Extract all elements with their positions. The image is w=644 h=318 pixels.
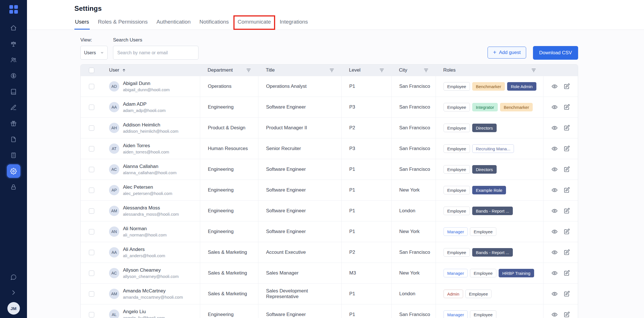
role-badge: Bands - Report ... [472, 248, 513, 257]
user-email: adam_adp@hooli.com [123, 108, 166, 113]
edit-user-icon[interactable] [564, 228, 570, 235]
sidebar-item-security[interactable] [7, 181, 20, 193]
department-cell: Human Resources [200, 138, 258, 159]
sidebar-item-people[interactable] [7, 54, 20, 65]
sidebar-item-editor[interactable] [7, 102, 20, 113]
row-checkbox-cell [81, 76, 102, 97]
row-checkbox[interactable] [89, 208, 94, 214]
row-checkbox[interactable] [89, 84, 94, 89]
view-user-icon[interactable] [551, 104, 558, 110]
row-checkbox-cell [81, 118, 102, 138]
tab-roles-permissions[interactable]: Roles & Permissions [97, 16, 148, 30]
calculator-icon [10, 152, 17, 159]
sidebar-item-compensation[interactable] [7, 70, 20, 81]
edit-user-icon[interactable] [564, 83, 570, 90]
table-row: AC Allyson Chearney allyson_chearney@hoo… [81, 263, 578, 283]
user-name: Abigail Dunn [123, 81, 170, 86]
download-csv-button[interactable]: Download CSV [533, 46, 578, 60]
edit-user-icon[interactable] [564, 104, 570, 110]
view-select[interactable]: Users [80, 46, 108, 60]
row-checkbox[interactable] [89, 105, 94, 110]
edit-user-icon[interactable] [564, 208, 570, 214]
city-cell: San Francisco [391, 118, 436, 138]
row-checkbox-cell [81, 201, 102, 221]
role-badge: HRBP Training [499, 269, 534, 277]
row-checkbox[interactable] [89, 146, 94, 151]
edit-user-icon[interactable] [564, 291, 570, 297]
tab-users[interactable]: Users [74, 16, 90, 30]
view-user-icon[interactable] [551, 83, 558, 90]
view-user-icon[interactable] [551, 228, 558, 235]
avatar: AN [109, 226, 119, 237]
column-label: Roles [443, 67, 455, 73]
tab-authentication[interactable]: Authentication [156, 16, 191, 30]
level-cell: P1 [341, 180, 391, 200]
app-logo-icon[interactable] [9, 5, 18, 14]
department-cell: Sales & Marketing [200, 284, 258, 304]
row-checkbox[interactable] [89, 125, 94, 131]
row-checkbox[interactable] [89, 229, 94, 234]
filter-icon[interactable] [329, 68, 334, 73]
row-checkbox[interactable] [89, 312, 94, 317]
main-content: Settings Users Roles & Permissions Authe… [27, 0, 644, 318]
sidebar-item-settings[interactable] [7, 164, 20, 178]
department-cell: Operations [200, 76, 258, 97]
view-user-icon[interactable] [551, 208, 558, 214]
row-checkbox-cell [81, 263, 102, 283]
roles-cell: AdminEmployee [436, 284, 543, 304]
row-checkbox[interactable] [89, 291, 94, 297]
role-badge: Employee [444, 207, 470, 215]
select-all-checkbox[interactable] [89, 68, 94, 73]
view-user-icon[interactable] [551, 291, 558, 297]
tab-communicate[interactable]: Communicate [237, 16, 271, 30]
sidebar-item-support[interactable] [7, 271, 20, 283]
table-row: AL Angelo Liu angelo_liu@hooli.com Engin… [81, 304, 578, 318]
sidebar-item-handbook[interactable] [7, 86, 20, 97]
view-user-icon[interactable] [551, 187, 558, 193]
filter-icon[interactable] [379, 68, 384, 73]
city-cell: San Francisco [391, 97, 436, 117]
roles-cell: EmployeeBands - Report ... [436, 242, 543, 263]
row-checkbox[interactable] [89, 188, 94, 193]
row-checkbox[interactable] [89, 250, 94, 255]
tab-integrations[interactable]: Integrations [279, 16, 308, 30]
search-input[interactable] [113, 46, 198, 60]
tab-notifications[interactable]: Notifications [199, 16, 229, 30]
view-user-icon[interactable] [551, 249, 558, 255]
edit-user-icon[interactable] [564, 125, 570, 131]
row-checkbox[interactable] [89, 167, 94, 172]
view-user-icon[interactable] [551, 270, 558, 276]
table-body: AD Abigail Dunn abigail_dunn@hooli.com O… [81, 76, 578, 318]
sidebar-item-calculator[interactable] [7, 149, 20, 161]
edit-user-icon[interactable] [564, 166, 570, 172]
view-user-icon[interactable] [551, 125, 558, 131]
view-user-icon[interactable] [551, 311, 558, 318]
role-badge: Employee [444, 248, 470, 257]
city-cell: London [391, 284, 436, 304]
sidebar-collapse-toggle[interactable] [7, 287, 20, 298]
edit-user-icon[interactable] [564, 270, 570, 276]
edit-user-icon[interactable] [564, 187, 570, 193]
row-checkbox[interactable] [89, 271, 94, 276]
sidebar-item-home[interactable] [7, 22, 20, 34]
filter-icon[interactable] [246, 68, 251, 73]
user-info: Ali Anders ali_anders@hooli.com [123, 247, 165, 258]
edit-user-icon[interactable] [564, 249, 570, 255]
add-guest-button[interactable]: + Add guest [488, 47, 526, 59]
column-header-user[interactable]: User [102, 65, 200, 76]
sidebar-item-benefits[interactable] [7, 118, 20, 129]
edit-user-icon[interactable] [564, 311, 570, 318]
role-badge: Integrator [472, 103, 498, 111]
filter-icon[interactable] [531, 68, 536, 73]
user-avatar[interactable]: JM [7, 302, 20, 315]
toolbar-actions: + Add guest Download CSV [488, 46, 578, 60]
filter-icon[interactable] [423, 68, 429, 73]
edit-user-icon[interactable] [564, 146, 570, 152]
sidebar-item-documents[interactable] [7, 134, 20, 145]
view-user-icon[interactable] [551, 146, 558, 152]
sidebar-item-leveling[interactable] [7, 38, 20, 49]
sort-ascending-icon[interactable] [122, 68, 126, 72]
title-cell: Software Engineer [258, 159, 341, 180]
view-user-icon[interactable] [551, 166, 558, 172]
role-badge: Employee [470, 227, 496, 236]
